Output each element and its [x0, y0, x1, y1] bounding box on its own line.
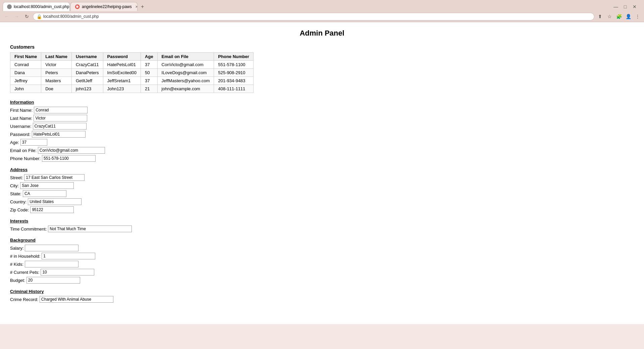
- table-row[interactable]: JohnDoejohn123John12321john@example.com4…: [10, 85, 254, 93]
- address-bar-row: ← → ↻ 🔒 localhost:8000/admin_cust.php ⬆ …: [0, 11, 644, 22]
- cell-age: 37: [141, 61, 158, 69]
- col-phone: Phone Number: [214, 53, 253, 61]
- address-heading: Address: [10, 167, 634, 172]
- salary-input[interactable]: [25, 245, 78, 251]
- lock-icon: 🔒: [37, 14, 42, 19]
- cell-phone: 201-934-9483: [214, 77, 253, 85]
- minimize-button[interactable]: —: [612, 3, 620, 11]
- household-label: # in Household:: [10, 254, 40, 259]
- cell-email: john@example.com: [157, 85, 214, 93]
- kids-row: # Kids:: [10, 261, 634, 267]
- background-section: Background Salary: # in Household: # Kid…: [10, 238, 634, 284]
- table-row[interactable]: DanaPetersDanaPetersImSoExcited0050ILove…: [10, 69, 254, 77]
- background-heading: Background: [10, 238, 634, 243]
- crime-record-row: Crime Record:: [10, 296, 634, 303]
- cell-password: ImSoExcited00: [103, 69, 141, 77]
- page-title: Admin Panel: [10, 29, 634, 38]
- pets-input[interactable]: [41, 269, 94, 276]
- tab-admin[interactable]: localhost:8000/admin_cust.php ✕: [3, 2, 70, 11]
- zip-input[interactable]: [30, 206, 74, 213]
- cell-username: john123: [71, 85, 103, 93]
- kids-input[interactable]: [25, 261, 78, 267]
- customers-heading: Customers: [10, 44, 634, 50]
- cell-username: CrazyCat11: [71, 61, 103, 69]
- street-row: Street:: [10, 174, 634, 181]
- password-row: Password:: [10, 131, 634, 138]
- interests-heading: Interests: [10, 218, 634, 223]
- cell-phone: 525-908-2910: [214, 69, 253, 77]
- first-name-row: First Name:: [10, 107, 634, 113]
- cell-age: 50: [141, 69, 158, 77]
- password-label: Password:: [10, 132, 31, 137]
- age-row: Age:: [10, 139, 634, 146]
- new-tab-button[interactable]: +: [138, 2, 147, 11]
- cell-phone: 551-578-1100: [214, 61, 253, 69]
- password-input[interactable]: [32, 131, 86, 138]
- city-label: City:: [10, 183, 19, 188]
- first-name-label: First Name:: [10, 108, 33, 113]
- tab-close-github[interactable]: ✕: [135, 5, 138, 9]
- city-input[interactable]: [20, 182, 74, 189]
- customers-table: First Name Last Name Username Password A…: [10, 52, 254, 93]
- criminal-history-heading: Criminal History: [10, 289, 634, 294]
- street-input[interactable]: [24, 174, 85, 181]
- cell-email: ILoveDogs@gmail.com: [157, 69, 214, 77]
- budget-row: Budget:: [10, 277, 634, 284]
- country-row: Country:: [10, 198, 634, 205]
- share-icon[interactable]: ⬆: [596, 13, 604, 20]
- cell-email: ConVicto@gmail.com: [157, 61, 214, 69]
- email-input[interactable]: [38, 147, 105, 154]
- age-input[interactable]: [20, 139, 47, 146]
- first-name-input[interactable]: [34, 107, 88, 113]
- last-name-row: Last Name:: [10, 115, 634, 121]
- zip-row: Zip Code:: [10, 206, 634, 213]
- table-row[interactable]: JeffreyMastersGetItJeffJeffSretam137Jeff…: [10, 77, 254, 85]
- crime-record-input[interactable]: [40, 296, 113, 303]
- phone-input[interactable]: [42, 155, 96, 162]
- cell-last: Masters: [41, 77, 72, 85]
- country-input[interactable]: [28, 198, 82, 205]
- extensions-icon[interactable]: 🧩: [615, 13, 623, 20]
- back-button[interactable]: ←: [3, 12, 11, 20]
- budget-input[interactable]: [26, 277, 80, 284]
- menu-icon[interactable]: ⋮: [634, 13, 641, 20]
- col-username: Username: [71, 53, 103, 61]
- toolbar-icons: ⬆ ☆ 🧩 👤 ⋮: [596, 13, 641, 20]
- tab-label-admin: localhost:8000/admin_cust.php: [14, 4, 69, 9]
- information-heading: Information: [10, 100, 634, 105]
- household-input[interactable]: [42, 253, 95, 259]
- cell-password: John123: [103, 85, 141, 93]
- cell-username: DanaPeters: [71, 69, 103, 77]
- col-email: Email on File: [157, 53, 214, 61]
- last-name-input[interactable]: [34, 115, 87, 121]
- cell-first: Conrad: [10, 61, 41, 69]
- cell-first: John: [10, 85, 41, 93]
- cell-email: JeffMasters@yahoo.com: [157, 77, 214, 85]
- age-label: Age:: [10, 140, 19, 145]
- reload-button[interactable]: ↻: [23, 12, 31, 20]
- cell-username: GetItJeff: [71, 77, 103, 85]
- zip-label: Zip Code:: [10, 207, 29, 212]
- time-commitment-input[interactable]: [48, 226, 132, 232]
- pets-row: # Current Pets:: [10, 269, 634, 276]
- address-bar[interactable]: 🔒 localhost:8000/admin_cust.php: [33, 13, 594, 20]
- state-row: State:: [10, 190, 634, 197]
- email-row: Email on File:: [10, 147, 634, 154]
- col-password: Password: [103, 53, 141, 61]
- cell-phone: 408-111-1111: [214, 85, 253, 93]
- table-row[interactable]: ConradVictorCrazyCat11HatePetsLol0137Con…: [10, 61, 254, 69]
- bookmark-icon[interactable]: ☆: [606, 13, 613, 20]
- cell-password: HatePetsLol01: [103, 61, 141, 69]
- crime-record-label: Crime Record:: [10, 297, 38, 302]
- cell-first: Dana: [10, 69, 41, 77]
- state-input[interactable]: [23, 190, 66, 197]
- username-input[interactable]: [33, 123, 87, 130]
- close-button[interactable]: ✕: [631, 3, 639, 11]
- country-label: Country:: [10, 199, 26, 204]
- forward-button[interactable]: →: [13, 12, 21, 20]
- tab-github[interactable]: ⭕ angelinelee22/helping-paws ✕: [70, 2, 138, 11]
- cell-last: Victor: [41, 61, 72, 69]
- kids-label: # Kids:: [10, 262, 23, 267]
- maximize-button[interactable]: □: [621, 3, 629, 11]
- profile-icon[interactable]: 👤: [625, 13, 632, 20]
